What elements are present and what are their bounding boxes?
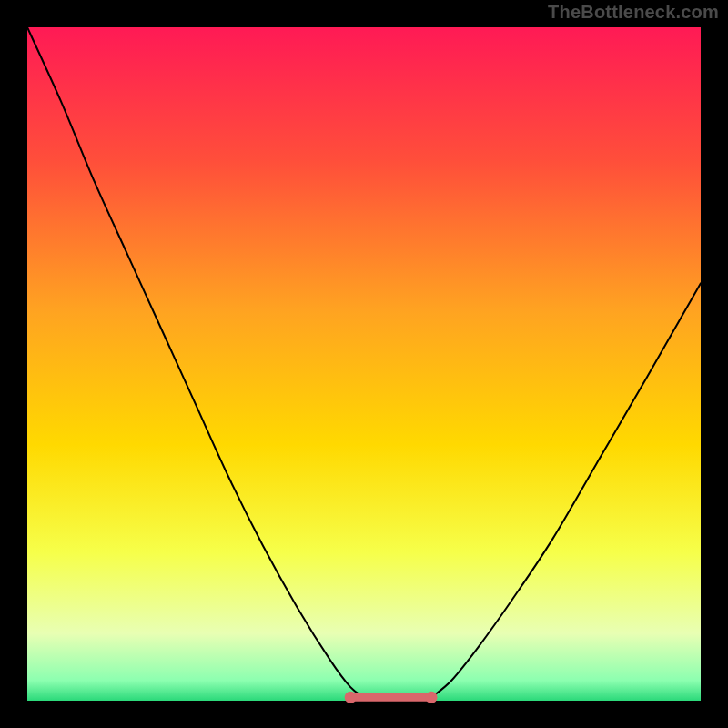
series-flat-bottom-marker-endpoint [345, 692, 357, 703]
watermark-label: TheBottleneck.com [548, 2, 719, 23]
series-flat-bottom-marker-endpoint [426, 692, 438, 703]
chart-frame: TheBottleneck.com [0, 0, 728, 728]
bottleneck-chart [0, 0, 728, 728]
plot-background [27, 27, 701, 701]
